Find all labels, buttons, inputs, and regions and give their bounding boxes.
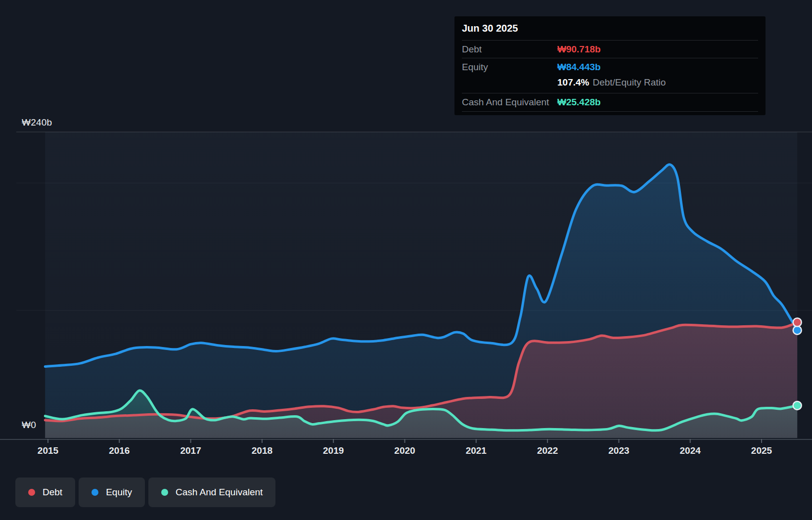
equity-dot-icon [91, 489, 98, 496]
tooltip-ratio-value: 107.4% [557, 77, 589, 87]
x-axis-year-label: 2020 [394, 445, 415, 456]
tooltip-equity-value: ₩84.443b [557, 62, 601, 73]
tooltip-cash-value: ₩25.428b [557, 97, 601, 108]
y-axis-zero-label: ₩0 [22, 420, 36, 431]
legend: Debt Equity Cash And Equivalent [15, 477, 275, 507]
x-axis-year-label: 2025 [751, 445, 772, 456]
x-axis-year-label: 2015 [38, 445, 58, 456]
x-axis-year-label: 2017 [180, 445, 201, 456]
legend-item-equity[interactable]: Equity [79, 477, 145, 507]
tooltip-ratio: 107.4%Debt/Equity Ratio [557, 77, 666, 88]
tooltip-cash-label: Cash And Equivalent [462, 97, 549, 108]
tooltip-row-cash: Cash And Equivalent ₩25.428b [462, 93, 758, 112]
legend-item-debt[interactable]: Debt [15, 477, 75, 507]
x-axis-year-label: 2024 [680, 445, 701, 456]
tooltip-ratio-label: Debt/Equity Ratio [592, 77, 666, 87]
tooltip-debt-value: ₩90.718b [557, 44, 601, 55]
y-axis-max-label: ₩240b [22, 117, 52, 128]
legend-item-cash[interactable]: Cash And Equivalent [148, 477, 275, 507]
tooltip: Jun 30 2025 Debt ₩90.718b Equity ₩84.443… [454, 16, 766, 115]
tooltip-row-equity-ratio: Equity ₩84.443b 107.4%Debt/Equity Ratio [462, 58, 758, 93]
x-axis-year-label: 2023 [608, 445, 629, 456]
legend-debt-label: Debt [43, 487, 62, 498]
cash-dot-icon [161, 489, 168, 496]
debt-dot-icon [28, 489, 35, 496]
legend-equity-label: Equity [106, 487, 132, 498]
tooltip-row-debt: Debt ₩90.718b [462, 41, 758, 58]
tooltip-equity-label: Equity [462, 62, 488, 73]
tooltip-date: Jun 30 2025 [462, 16, 758, 41]
x-axis-year-label: 2018 [252, 445, 272, 456]
debt-equity-history-chart: ₩240b ₩0 2015201620172018201920202021202… [0, 0, 812, 520]
legend-cash-label: Cash And Equivalent [176, 487, 263, 498]
x-axis-year-label: 2021 [466, 445, 487, 456]
tooltip-debt-label: Debt [462, 44, 482, 55]
x-axis-year-label: 2022 [537, 445, 558, 456]
x-axis-year-label: 2016 [109, 445, 130, 456]
x-axis-year-label: 2019 [323, 445, 344, 456]
